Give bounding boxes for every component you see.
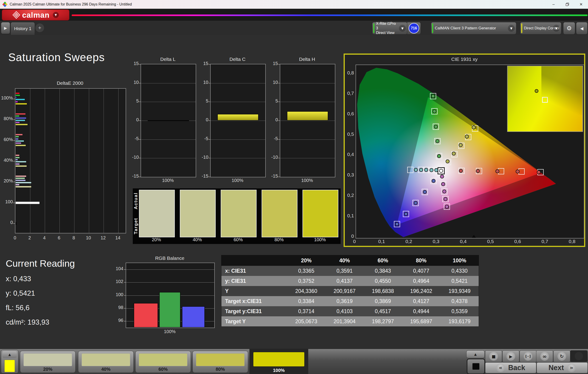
infinity-icon: ∞ <box>540 352 549 361</box>
cie-chart-area[interactable] <box>356 64 584 238</box>
y-tick-label: -15 <box>268 173 278 179</box>
y-tick-label: 10 <box>198 80 208 85</box>
deltae-bar-magenta <box>15 101 18 103</box>
axis-tick <box>209 83 210 83</box>
grid-line <box>30 89 30 233</box>
table-cell: 0,3714 <box>287 308 326 314</box>
axis-tick <box>278 64 280 64</box>
expand-up-button[interactable]: ▲ <box>2 351 17 358</box>
restore-button[interactable] <box>560 0 574 9</box>
cie-x-tick-label: 0,3 <box>431 239 441 244</box>
deltae-bar-yellow <box>15 165 27 167</box>
continuous-measure-button[interactable]: ∞ <box>536 350 553 362</box>
swatch-percent-label: 80% <box>262 237 296 242</box>
grid-line <box>211 121 265 121</box>
add-tab-button[interactable]: + <box>35 23 44 32</box>
delta-l-chart[interactable] <box>141 64 196 177</box>
x-tick-label: 10 <box>85 235 92 241</box>
step-measure-button[interactable]: [··] <box>520 350 536 362</box>
next-button[interactable]: Next » <box>536 362 588 373</box>
collapse-panel-button[interactable]: ◀ <box>576 22 588 34</box>
axis-tick <box>13 203 15 203</box>
tab-bar: ▶ History 1 + X-Rite i1Pro 3Direct View … <box>0 21 588 35</box>
pattern-level-button-20%[interactable]: 20% <box>20 351 75 373</box>
deltae2000-title: DeltaE 2000 <box>15 80 125 86</box>
expand-transport-button[interactable]: ▲ <box>466 350 485 358</box>
delta-h-chart[interactable] <box>280 64 335 177</box>
grid-line <box>280 139 335 140</box>
saturation-swatch-20% <box>139 190 175 237</box>
axis-tick <box>209 158 210 158</box>
cie-measured-magenta <box>445 205 449 209</box>
tab-history-1[interactable]: History 1 <box>10 22 35 35</box>
pattern-level-button-80%[interactable]: 80% <box>192 351 248 373</box>
rgb-balance-chart[interactable] <box>126 263 215 328</box>
rainbow-stripe <box>72 14 588 16</box>
calman-wordmark: calman <box>22 11 50 19</box>
pattern-swatch <box>196 353 245 366</box>
pattern-level-button-40%[interactable]: 40% <box>78 351 134 373</box>
display-control-dropdown[interactable]: Direct Display Control ▼ <box>520 22 561 34</box>
axis-tick <box>13 119 15 120</box>
pattern-generator-dropdown[interactable]: CalMAN Client 3 Pattern Generator ▼ <box>431 22 516 34</box>
back-button[interactable]: « Back <box>485 362 536 373</box>
play-button[interactable]: ▶ <box>502 350 519 362</box>
cie-measured-magenta <box>443 197 447 201</box>
cie-measured-blue <box>423 190 427 194</box>
table-header-cell: 20% <box>287 257 326 264</box>
deltae2000-chart[interactable] <box>15 88 126 233</box>
axis-tick <box>209 102 210 102</box>
tab-scroll-button[interactable]: ▶ <box>1 22 10 34</box>
main-content: Saturation Sweeps DeltaE 2000 Delta L 10… <box>0 35 588 349</box>
cie-1931-panel[interactable]: CIE 1931 xy <box>344 53 585 247</box>
minimize-button[interactable]: – <box>547 0 560 9</box>
table-cell: 0,3843 <box>364 268 402 274</box>
cie-title: CIE 1931 xy <box>345 56 584 62</box>
current-reading-y: y: 0,5421 <box>6 289 35 298</box>
meter-dropdown[interactable]: X-Rite i1Pro 3Direct View ▼ <box>372 22 408 34</box>
table-cell: 204,3360 <box>287 288 326 294</box>
axis-tick <box>124 269 126 270</box>
x-tick-label: 6 <box>56 235 63 241</box>
pattern-window-control[interactable]: ▲ <box>1 350 18 373</box>
table-cell: 0,4944 <box>402 308 440 314</box>
deltae-bar-blue <box>15 138 19 140</box>
y-tick-label: 104 <box>111 266 123 271</box>
calman-logo-button[interactable]: calman ▼ <box>2 10 69 21</box>
table-row: Target Y205,0673201,3904198,2797195,6897… <box>221 316 479 326</box>
settings-gear-button[interactable]: ⚙ <box>563 22 575 34</box>
deltae-bar-cyan <box>15 182 32 183</box>
grid-line <box>104 89 104 233</box>
table-cell: 0,3591 <box>326 268 364 274</box>
chevron-down-icon[interactable]: ▼ <box>53 12 59 18</box>
pattern-display-button[interactable] <box>467 359 485 374</box>
table-cell: 198,6838 <box>364 288 402 294</box>
chevron-down-icon: ▼ <box>399 25 406 32</box>
step-icon: [··] <box>524 352 532 361</box>
table-cell: 196,2402 <box>402 288 440 294</box>
grid-line <box>89 89 89 233</box>
swatch-percent-label: 20% <box>139 237 174 242</box>
deltae-bar-green <box>15 136 19 138</box>
pattern-level-button-60%[interactable]: 60% <box>135 351 191 373</box>
repeat-measure-button[interactable]: ↻ <box>553 350 570 362</box>
cie-zoom-inset <box>507 66 583 132</box>
pattern-level-button-100%[interactable]: 100% <box>250 349 308 374</box>
x-tick-label: 8 <box>70 235 77 241</box>
repeat-icon: ↻ <box>557 352 566 361</box>
axis-tick <box>139 83 141 83</box>
cie-y-tick-label: 0,5 <box>345 131 354 137</box>
rgb-balance-xlabel: 100% <box>126 329 214 334</box>
axis-tick <box>139 158 141 158</box>
calman-diamond-icon <box>12 11 20 19</box>
deltae-bar-red <box>15 92 20 94</box>
deltae-bar-yellow <box>15 124 28 125</box>
close-button[interactable]: × <box>574 0 588 9</box>
logo-bar: calman ▼ <box>0 9 588 21</box>
actual-target-swatch-strip[interactable]: Actual Target 20%40%60%80%100% <box>133 188 341 244</box>
deltae-bar-red <box>15 154 20 156</box>
page-title: Saturation Sweeps <box>8 51 105 64</box>
delta-c-chart[interactable] <box>210 64 266 177</box>
meter-reading-badge-button[interactable]: 716 <box>407 22 421 34</box>
stop-button[interactable]: ■ <box>485 350 502 362</box>
